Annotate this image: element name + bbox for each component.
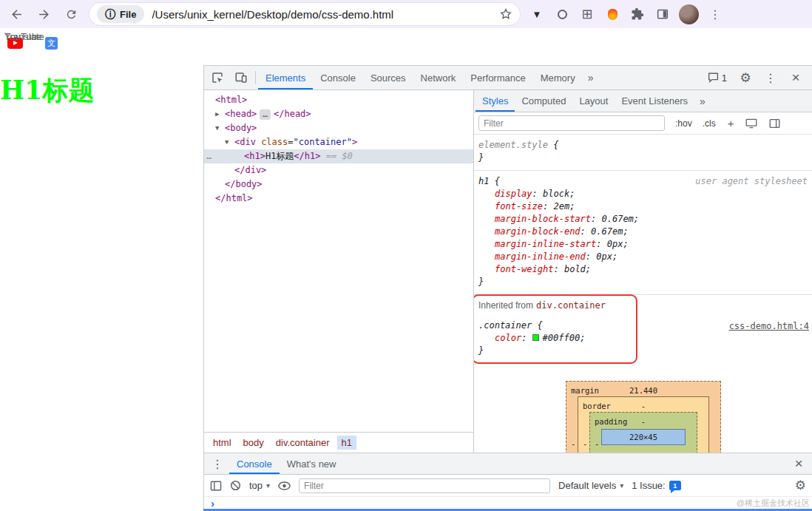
device-toolbar-icon[interactable] bbox=[229, 66, 253, 89]
tab-performance[interactable]: Performance bbox=[463, 66, 532, 89]
issues-counter[interactable]: 1 Issue: 1 bbox=[632, 480, 681, 491]
css-rule-h1[interactable]: user agent stylesheeth1 {display: block;… bbox=[474, 171, 812, 295]
tab-network[interactable]: Network bbox=[413, 66, 464, 89]
console-tab-what-s-new[interactable]: What's new bbox=[280, 453, 344, 474]
tab-sources[interactable]: Sources bbox=[363, 66, 413, 89]
clear-console-icon[interactable] bbox=[230, 480, 241, 491]
border-top-value[interactable]: - bbox=[641, 400, 646, 413]
css-declaration[interactable]: color: #00ff00; bbox=[478, 332, 808, 345]
tab-layout[interactable]: Layout bbox=[572, 90, 615, 112]
border-left-value[interactable]: - bbox=[583, 438, 587, 450]
dom-tree-row[interactable]: </html> bbox=[204, 192, 473, 206]
more-tabs-icon[interactable]: » bbox=[583, 66, 599, 89]
dom-tree-row[interactable]: …<h1>H1标题</h1> == $0 bbox=[204, 149, 473, 163]
css-rules-list: user agent stylesheeth1 {display: block;… bbox=[474, 171, 812, 295]
box-model-diagram[interactable]: margin 21.440 - border - - padding - - 2… bbox=[566, 381, 721, 453]
crumb-body[interactable]: body bbox=[239, 436, 268, 450]
circle-extension-icon[interactable] bbox=[549, 1, 575, 27]
element-classes-toggle[interactable]: .cls bbox=[703, 118, 716, 129]
back-icon[interactable] bbox=[3, 1, 30, 27]
tab-computed[interactable]: Computed bbox=[515, 90, 572, 112]
css-declaration[interactable]: margin-inline-end: 0px; bbox=[478, 251, 808, 263]
tab-memory[interactable]: Memory bbox=[533, 66, 583, 89]
console-filter-input[interactable] bbox=[299, 478, 550, 493]
css-declaration[interactable]: font-weight: bold; bbox=[478, 263, 808, 276]
tab-event-listeners[interactable]: Event Listeners bbox=[615, 90, 694, 112]
css-declaration[interactable]: margin-block-end: 0.67em; bbox=[478, 226, 808, 238]
padding-left-value[interactable]: - bbox=[595, 438, 599, 450]
console-sidebar-icon[interactable] bbox=[210, 481, 222, 491]
padding-top-value[interactable]: - bbox=[641, 416, 646, 428]
console-messages-icon[interactable]: 1 bbox=[703, 72, 732, 84]
tab-styles[interactable]: Styles bbox=[476, 90, 515, 112]
bookmark-star-icon[interactable] bbox=[499, 7, 512, 21]
inspect-element-icon[interactable] bbox=[206, 66, 229, 89]
dom-tree-row[interactable]: ▶<head>…</head> bbox=[204, 107, 473, 121]
css-declaration[interactable]: display: block; bbox=[478, 188, 808, 200]
address-bar[interactable]: ⓘ File /Users/unix_kernel/Desktop/demo/c… bbox=[89, 3, 520, 25]
tab-console[interactable]: Console bbox=[313, 66, 363, 89]
css-colon: : bbox=[596, 239, 606, 249]
collapsed-arrow-icon[interactable]: ▶ bbox=[215, 107, 219, 121]
devtools-menu-icon[interactable]: ⋮ bbox=[759, 71, 782, 85]
log-levels-dropdown[interactable]: Default levels▾ bbox=[558, 480, 623, 491]
extensions-puzzle-icon[interactable] bbox=[625, 1, 650, 27]
settings-gear-icon[interactable]: ⚙ bbox=[734, 70, 757, 86]
file-scheme-chip[interactable]: ⓘ File bbox=[97, 5, 144, 23]
pseudo-state-toggle[interactable]: :hov bbox=[675, 118, 692, 129]
triangle-extension-icon[interactable]: ▼ bbox=[524, 1, 549, 27]
profile-avatar[interactable] bbox=[679, 4, 699, 24]
box-model-content[interactable]: 220×45 bbox=[601, 429, 686, 445]
console-settings-gear-icon[interactable]: ⚙ bbox=[795, 478, 806, 493]
dom-tree-row[interactable]: </body> bbox=[204, 177, 473, 192]
rendering-emulation-icon[interactable] bbox=[745, 118, 757, 129]
expanded-arrow-icon[interactable]: ▼ bbox=[225, 135, 229, 149]
inherited-from-node[interactable]: div.container bbox=[536, 300, 606, 311]
box-model-border[interactable]: border - - padding - - 220×45 bbox=[578, 396, 709, 453]
box-model-padding[interactable]: padding - - 220×45 bbox=[589, 412, 697, 453]
live-expression-eye-icon[interactable] bbox=[278, 481, 291, 490]
url-text[interactable]: /Users/unix_kernel/Desktop/demo/css-demo… bbox=[152, 8, 495, 21]
grid-extension-icon[interactable]: ⊞ bbox=[575, 1, 600, 27]
dom-tree-row[interactable]: </div> bbox=[204, 163, 473, 177]
reload-icon[interactable] bbox=[58, 1, 85, 27]
dom-tree-row[interactable]: ▼<body> bbox=[204, 121, 473, 135]
more-sidebar-tabs-icon[interactable]: » bbox=[694, 90, 711, 112]
inherited-css-rule[interactable]: css-demo.html:4 .container {color: #00ff… bbox=[474, 315, 812, 363]
side-panel-icon[interactable] bbox=[650, 1, 675, 27]
new-style-rule-button[interactable]: + bbox=[728, 117, 734, 129]
expanded-arrow-icon[interactable]: ▼ bbox=[215, 121, 219, 135]
forward-icon[interactable] bbox=[30, 1, 58, 27]
styles-filter-input[interactable] bbox=[478, 115, 665, 131]
tab-elements[interactable]: Elements bbox=[258, 66, 313, 89]
dom-token: </h1> bbox=[294, 151, 320, 161]
inherited-from-text: Inherited from bbox=[478, 300, 533, 311]
flame-extension-icon[interactable] bbox=[600, 1, 625, 27]
browser-menu-icon[interactable]: ⋮ bbox=[703, 1, 728, 27]
close-drawer-icon[interactable]: × bbox=[787, 453, 811, 474]
computed-sidebar-toggle-icon[interactable] bbox=[769, 118, 780, 129]
crumb-div-container[interactable]: div.container bbox=[271, 436, 334, 450]
levels-label: Default levels bbox=[558, 480, 616, 491]
drawer-menu-icon[interactable]: ⋮ bbox=[206, 453, 229, 474]
element-style-rule[interactable]: element.style { } bbox=[474, 135, 812, 171]
color-swatch[interactable] bbox=[532, 334, 539, 341]
margin-top-value[interactable]: 21.440 bbox=[629, 385, 657, 397]
css-declaration[interactable]: font-size: 2em; bbox=[478, 200, 808, 213]
dom-tree-row[interactable]: ▼<div class="container"> bbox=[204, 135, 473, 149]
dom-tree-row[interactable]: <html> bbox=[204, 93, 473, 107]
close-devtools-icon[interactable]: × bbox=[784, 70, 808, 86]
css-declaration[interactable]: margin-block-start: 0.67em; bbox=[478, 213, 808, 226]
close-glyph: × bbox=[794, 456, 802, 472]
box-model-margin[interactable]: margin 21.440 - border - - padding - - 2… bbox=[566, 381, 721, 453]
css-declaration[interactable]: margin-inline-start: 0px; bbox=[478, 238, 808, 251]
styles-tabs-list: StylesComputedLayoutEvent Listeners bbox=[476, 90, 694, 112]
margin-left-value[interactable]: - bbox=[571, 438, 575, 450]
console-context-selector[interactable]: top▾ bbox=[249, 480, 270, 491]
crumb-h1[interactable]: h1 bbox=[337, 436, 356, 450]
bookmark-translate[interactable]: 文Translate bbox=[45, 37, 58, 50]
css-property-name: color bbox=[495, 333, 521, 343]
crumb-html[interactable]: html bbox=[209, 436, 236, 450]
console-tab-console[interactable]: Console bbox=[229, 453, 280, 474]
stylesheet-source-link[interactable]: css-demo.html:4 bbox=[729, 320, 809, 333]
